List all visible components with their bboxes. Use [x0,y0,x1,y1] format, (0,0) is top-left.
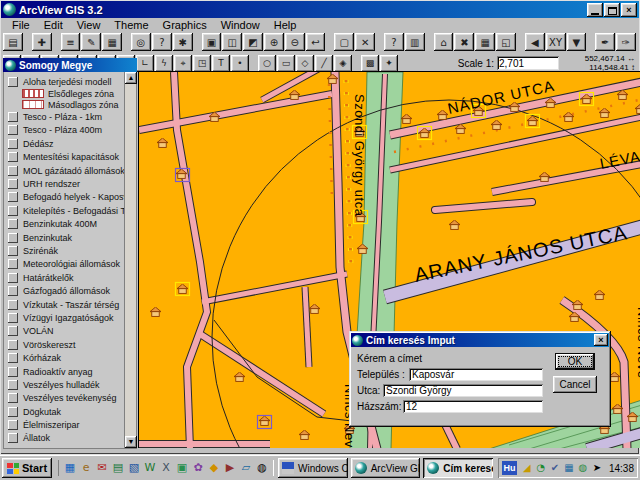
theme-checkbox[interactable] [8,420,18,430]
utca-field[interactable] [383,384,543,397]
menu-item[interactable]: Theme [107,19,155,31]
theme-checkbox[interactable] [8,326,18,336]
calculator-button[interactable]: ▥ [405,33,425,51]
updater-icon[interactable]: ➤ [590,461,604,475]
theme-checkbox[interactable] [8,139,18,149]
draw-line-tool[interactable]: ╱ [315,55,333,72]
dialog-title-bar[interactable]: Cím keresés Imput × [351,333,609,347]
help-pointer-button[interactable]: ? [384,33,404,51]
document-shortcut[interactable]: ▱ [238,460,254,476]
toc-item[interactable]: Másodlagos zóna [4,99,124,110]
toc-item[interactable]: Kórházak [4,351,124,364]
menu-item[interactable]: Edit [37,19,70,31]
symbol-tool[interactable]: ✦ [380,55,398,72]
theme-checkbox[interactable] [8,246,18,256]
menu-item[interactable]: View [70,19,108,31]
query-builder-button[interactable]: ✱ [173,33,193,51]
draw-rect-tool[interactable]: ▭ [277,55,295,72]
total-commander-shortcut[interactable]: ▤ [110,460,126,476]
display-shortcut[interactable]: ▣ [174,460,190,476]
toc-item[interactable]: Szirénák [4,244,124,257]
zoom-out-button[interactable]: ⊖ [285,33,305,51]
start-button[interactable]: Start [2,458,52,478]
toc-item[interactable]: Veszélyes tevékenység [4,392,124,405]
theme-checkbox[interactable] [8,179,18,189]
cancel-button[interactable]: Cancel [553,376,597,393]
hazszam-field[interactable] [403,400,543,413]
callout-tool[interactable]: ◳ [193,55,211,72]
home-button[interactable]: ⌂ [434,33,454,51]
theme-checkbox[interactable] [8,407,18,417]
toc-item[interactable]: MOL gázátadó állomások [4,164,124,177]
theme-properties-button[interactable]: ≡ [61,33,81,51]
theme-checkbox[interactable] [8,166,18,176]
volume-icon[interactable]: ◢ [520,461,534,475]
theme-checkbox[interactable] [8,313,18,323]
theme-checkbox[interactable] [8,152,18,162]
toc-item[interactable]: Veszélyes hulladék [4,378,124,391]
show-desktop-shortcut[interactable]: ▦ [62,460,78,476]
menu-item[interactable]: Graphics [156,19,214,31]
theme-checkbox[interactable] [8,192,18,202]
toc-item[interactable]: Dögkutak [4,405,124,418]
player-shortcut[interactable]: ◆ [206,460,222,476]
theme-checkbox[interactable] [8,433,18,443]
menu-item[interactable]: Help [267,19,304,31]
cascade-button[interactable]: ◱ [496,33,516,51]
pattern-tool[interactable]: ▩ [361,55,379,72]
clear-selection-button[interactable]: ✕ [355,33,375,51]
edit-legend-button[interactable]: ✎ [81,33,101,51]
outlook-shortcut[interactable]: ✉ [94,460,110,476]
task-button[interactable]: ArcView GIS 3.2 [351,458,421,478]
toc-item[interactable]: Vöröskereszt [4,338,124,351]
zoom-active-theme-button[interactable]: ◫ [222,33,242,51]
theme-checkbox[interactable] [8,77,18,87]
theme-checkbox[interactable] [8,219,18,229]
find-button[interactable]: ◎ [131,33,151,51]
toc-item[interactable]: Vízügyi Igazgatóságok [4,311,124,324]
theme-checkbox[interactable] [8,112,18,122]
step-back-button[interactable]: ◀ [525,33,545,51]
text-tool[interactable]: T [212,55,230,72]
point-tool[interactable]: • [231,55,249,72]
task-button[interactable]: Windows Commander [278,458,348,478]
toc-item[interactable]: URH rendszer [4,177,124,190]
word-shortcut[interactable]: W [142,460,158,476]
internet-explorer-shortcut[interactable]: e [78,460,94,476]
zoom-full-extent-button[interactable]: ▣ [202,33,222,51]
media-shortcut[interactable]: ✿ [190,460,206,476]
scheduler-icon[interactable]: ◔ [534,461,548,475]
menu-item[interactable]: Window [214,19,267,31]
chart-button[interactable]: ▦ [475,33,495,51]
language-indicator[interactable]: Hu [502,461,517,475]
network-icon[interactable]: ◍ [576,461,590,475]
toc-item[interactable]: Állatok [4,432,124,445]
theme-checkbox[interactable] [8,286,18,296]
step-forward-button[interactable]: ▼ [567,33,587,51]
toc-item[interactable]: Dédász [4,137,124,150]
toc-item[interactable]: Élelmiszeripar [4,418,124,431]
toc-scrollbar[interactable]: ▲ ▼ [124,72,136,448]
toc-item[interactable]: Elsődleges zóna [4,88,124,99]
draw-polygon-tool[interactable]: ◇ [296,55,314,72]
scroll-up-icon[interactable]: ▲ [125,72,137,84]
measure-tool[interactable]: ∟ [136,55,154,72]
theme-checkbox[interactable] [8,273,18,283]
view-title-bar[interactable]: Somogy Megye [3,58,137,72]
label-tool[interactable]: ⌖ [174,55,192,72]
ok-button[interactable]: OK [555,353,595,370]
toc-item[interactable]: Mentesítési kapacitások [4,151,124,164]
select-features-button[interactable]: ▢ [334,33,354,51]
toc-item[interactable]: Gázfogadó állomások [4,284,124,297]
layout-blue-button[interactable]: ✒ [595,33,615,51]
theme-checkbox[interactable] [8,206,18,216]
play-shortcut[interactable]: ▶ [222,460,238,476]
toc-item[interactable]: Meteorológiai állomások [4,258,124,271]
add-theme-button[interactable]: ✚ [32,33,52,51]
scroll-down-icon[interactable]: ▼ [125,436,137,448]
theme-checkbox[interactable] [8,259,18,269]
open-theme-table-button[interactable]: ▦ [102,33,122,51]
toc-item[interactable]: Benzinkutak [4,231,124,244]
task-button[interactable]: Cím keresés Imput [423,458,493,478]
menu-item[interactable]: File [5,19,37,31]
